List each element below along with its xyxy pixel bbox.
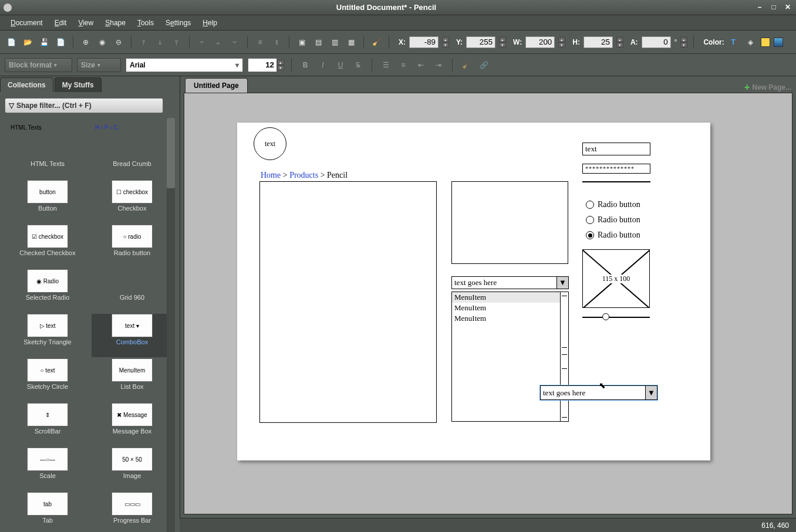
- shape-rectangle-2[interactable]: [451, 181, 568, 264]
- zoom-reset-icon[interactable]: ◉: [96, 36, 109, 49]
- minimize-button[interactable]: –: [755, 3, 764, 12]
- shape-palette-item[interactable]: ◉ RadioSelected Radio: [7, 269, 88, 313]
- menu-view[interactable]: View: [73, 17, 98, 29]
- export-icon[interactable]: 📄: [54, 36, 67, 49]
- menu-shape[interactable]: Shape: [100, 17, 130, 29]
- shape-palette-item[interactable]: ☐ checkboxCheckbox: [92, 180, 173, 223]
- h-up[interactable]: ▴: [616, 37, 623, 42]
- clear-format-icon[interactable]: 🧹: [460, 59, 473, 72]
- save-doc-icon[interactable]: 💾: [38, 36, 50, 49]
- zoom-out-icon[interactable]: ⊖: [112, 36, 125, 49]
- maximize-button[interactable]: □: [769, 3, 778, 12]
- italic-icon[interactable]: I: [316, 59, 329, 72]
- list-item[interactable]: MenuItem: [452, 292, 568, 303]
- a-up[interactable]: ▴: [680, 37, 687, 42]
- font-combo[interactable]: Arial▾: [126, 58, 243, 72]
- shape-palette-item[interactable]: text ▾ComboBox: [92, 314, 173, 357]
- w-input[interactable]: [525, 36, 555, 48]
- shape-palette-item[interactable]: MenuItemList Box: [92, 358, 173, 402]
- shape-radio-1[interactable]: Radio button: [586, 200, 640, 209]
- sidebar-scrollbar[interactable]: [167, 118, 175, 532]
- list-item[interactable]: MenuItem: [452, 313, 568, 324]
- zoom-in-icon[interactable]: ⊕: [79, 36, 92, 49]
- menu-settings[interactable]: Settings: [161, 17, 195, 29]
- shape-palette-item[interactable]: Grid 960: [92, 269, 173, 313]
- shape-palette-item[interactable]: —○—Scale: [7, 448, 88, 491]
- shape-radio-2[interactable]: Radio button: [586, 215, 640, 225]
- shape-combobox-1[interactable]: text goes here▼: [451, 276, 569, 289]
- shape-palette-item[interactable]: Bread Crumb: [92, 135, 173, 179]
- shape-palette-item[interactable]: 50 × 50Image: [92, 448, 173, 491]
- canvas[interactable]: text Home > Products > Pencil text *****…: [184, 93, 792, 514]
- shape-filter-input[interactable]: ▽ Shape filter... (Ctrl + F): [5, 98, 163, 113]
- shape-palette-item[interactable]: tabTab: [7, 492, 88, 532]
- shape-palette-item[interactable]: ⇕ScrollBar: [7, 403, 88, 446]
- shape-rectangle-1[interactable]: [259, 181, 437, 423]
- send-back-icon[interactable]: ▦: [345, 36, 357, 49]
- menu-help[interactable]: Help: [198, 17, 222, 29]
- page-tab-1[interactable]: Untitled Page: [185, 78, 248, 93]
- send-backward-icon[interactable]: ▥: [328, 36, 341, 49]
- menu-tools[interactable]: Tools: [133, 17, 158, 29]
- strike-icon[interactable]: S̶: [352, 59, 365, 72]
- shape-palette-item[interactable]: ○ textSketchy Circle: [7, 358, 88, 402]
- shape-slider[interactable]: [582, 313, 650, 321]
- link-icon[interactable]: 🔗: [477, 59, 490, 72]
- new-doc-icon[interactable]: 📄: [5, 36, 18, 49]
- align-top-icon[interactable]: ⫟: [195, 36, 208, 49]
- indent-icon[interactable]: ⇥: [432, 59, 445, 72]
- shape-palette-item[interactable]: buttonButton: [7, 180, 88, 223]
- bring-forward-icon[interactable]: ▤: [312, 36, 325, 49]
- list-item[interactable]: MenuItem: [452, 303, 568, 313]
- size-combo[interactable]: Size▾: [77, 58, 121, 72]
- fill-color-swatch[interactable]: [774, 38, 783, 47]
- tab-collections[interactable]: Collections: [0, 77, 53, 92]
- y-input[interactable]: [466, 36, 495, 48]
- fill-color-icon[interactable]: ◈: [744, 36, 757, 49]
- align-left-icon[interactable]: ⫯: [137, 36, 150, 49]
- shape-text-input[interactable]: text: [582, 143, 650, 155]
- a-down[interactable]: ▾: [680, 42, 687, 48]
- menu-edit[interactable]: Edit: [50, 17, 72, 29]
- shape-palette-item[interactable]: ▷ textSketchy Triangle: [7, 314, 88, 357]
- shape-palette-item[interactable]: ▭▭▭Progress Bar: [92, 492, 173, 532]
- shape-breadcrumb[interactable]: Home > Products > Pencil: [261, 171, 348, 180]
- h-input[interactable]: [583, 36, 613, 48]
- new-page-button[interactable]: +New Page...: [744, 82, 791, 93]
- underline-icon[interactable]: U: [334, 59, 347, 72]
- open-doc-icon[interactable]: 📂: [21, 36, 34, 49]
- x-down[interactable]: ▾: [442, 42, 449, 48]
- number-list-icon[interactable]: ≡: [397, 59, 410, 72]
- shape-combobox-2-selected[interactable]: text goes here▼: [540, 385, 657, 400]
- shape-password-input[interactable]: **************: [582, 164, 650, 174]
- y-down[interactable]: ▾: [499, 42, 506, 48]
- fontsize-up[interactable]: ▴: [277, 60, 284, 65]
- fontsize-down[interactable]: ▾: [277, 65, 284, 70]
- align-right-icon[interactable]: ⫯: [170, 36, 183, 49]
- h-down[interactable]: ▾: [616, 42, 623, 48]
- align-center-v-icon[interactable]: ⫠: [212, 36, 225, 49]
- w-up[interactable]: ▴: [558, 37, 565, 42]
- shape-image-placeholder[interactable]: 115 x 100: [582, 249, 650, 308]
- shape-palette-item[interactable]: HTML Texts: [7, 135, 88, 179]
- w-down[interactable]: ▾: [558, 42, 565, 48]
- align-bottom-icon[interactable]: ⫟: [228, 36, 241, 49]
- y-up[interactable]: ▴: [499, 37, 506, 42]
- shape-listbox[interactable]: MenuItem MenuItem MenuItem: [451, 292, 569, 422]
- menu-document[interactable]: Document: [6, 17, 48, 29]
- align-center-h-icon[interactable]: ⫰: [154, 36, 167, 49]
- x-input[interactable]: [409, 36, 439, 48]
- shape-hr[interactable]: [582, 181, 650, 182]
- shape-palette-item[interactable]: ✖ MessageMessage Box: [92, 403, 173, 446]
- stroke-color-swatch[interactable]: [761, 38, 770, 47]
- x-up[interactable]: ▴: [442, 37, 449, 42]
- remove-format-icon[interactable]: 🧹: [370, 36, 383, 49]
- text-color-icon[interactable]: T▪: [728, 36, 741, 49]
- font-size-input[interactable]: [248, 58, 277, 72]
- shape-radio-3[interactable]: Radio button: [586, 231, 640, 240]
- shape-sketchy-circle[interactable]: text: [254, 127, 286, 160]
- close-button[interactable]: ✕: [783, 3, 792, 12]
- bring-front-icon[interactable]: ▣: [295, 36, 308, 49]
- bold-icon[interactable]: B: [299, 59, 312, 72]
- tab-mystuffs[interactable]: My Stuffs: [55, 77, 102, 92]
